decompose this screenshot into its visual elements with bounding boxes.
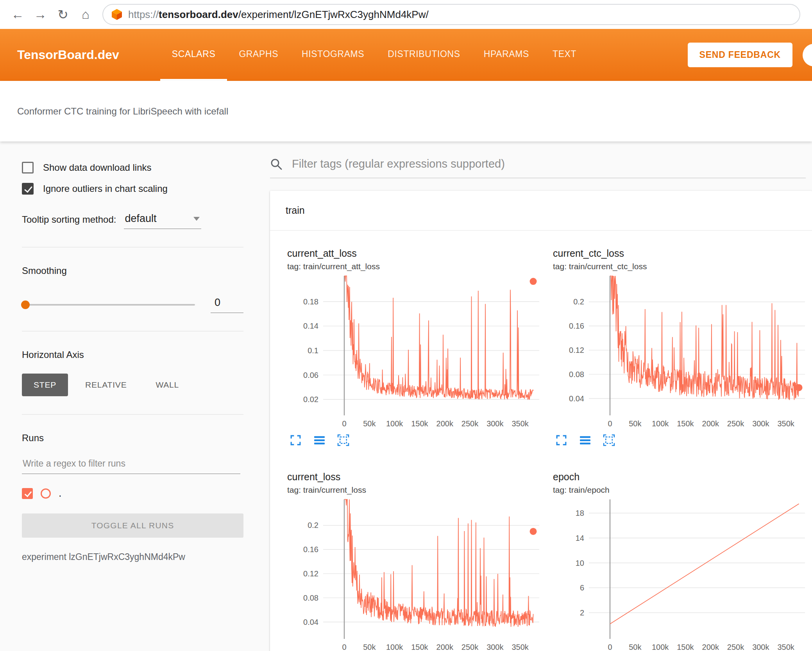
- search-icon: [270, 158, 283, 170]
- chart-toolbar: [287, 434, 545, 446]
- svg-text:200k: 200k: [702, 419, 719, 428]
- chart-plot-current-loss[interactable]: 0.040.080.120.160.2050k100k150k200k250k3…: [287, 497, 543, 651]
- horizontal-axis-buttons: STEP RELATIVE WALL: [22, 374, 243, 396]
- svg-text:10: 10: [576, 559, 584, 567]
- tab-histograms[interactable]: HISTOGRAMS: [290, 29, 376, 81]
- svg-text:100k: 100k: [652, 419, 669, 428]
- svg-text:0.2: 0.2: [308, 521, 318, 529]
- tab-hparams[interactable]: HPARAMS: [472, 29, 541, 81]
- url-scheme: https://: [128, 9, 159, 20]
- runs-filter-input[interactable]: [22, 457, 240, 474]
- chart-tag: tag: train/current_loss: [287, 485, 545, 495]
- expand-chart-icon[interactable]: [555, 434, 567, 446]
- axis-step-button[interactable]: STEP: [22, 374, 68, 396]
- svg-text:250k: 250k: [461, 419, 479, 428]
- svg-text:250k: 250k: [727, 643, 744, 651]
- home-icon[interactable]: ⌂: [74, 7, 97, 22]
- svg-text:6: 6: [580, 583, 584, 592]
- train-group-header[interactable]: train: [270, 191, 812, 231]
- fit-domain-icon[interactable]: [337, 434, 349, 446]
- svg-text:0.02: 0.02: [303, 395, 318, 404]
- show-download-links-label: Show data download links: [43, 162, 152, 173]
- tab-scalars[interactable]: SCALARS: [160, 29, 227, 81]
- reload-icon[interactable]: ↻: [52, 7, 74, 22]
- address-bar[interactable]: https://tensorboard.dev/experiment/lzGnE…: [102, 4, 800, 25]
- dropdown-caret-icon: [193, 217, 200, 221]
- chart-tag: tag: train/current_att_loss: [287, 262, 545, 271]
- expand-chart-icon[interactable]: [290, 434, 302, 446]
- send-feedback-button[interactable]: SEND FEEDBACK: [688, 43, 792, 67]
- svg-text:0.08: 0.08: [303, 594, 318, 602]
- svg-text:0.16: 0.16: [569, 322, 584, 330]
- svg-text:350k: 350k: [512, 419, 529, 428]
- svg-text:2: 2: [580, 608, 584, 617]
- smoothing-row: 0: [22, 297, 243, 313]
- horizontal-axis-label: Horizontal Axis: [22, 349, 243, 360]
- chart-title: current_loss: [287, 471, 545, 483]
- chart-toolbar: [553, 434, 811, 446]
- tooltip-sorting-value: default: [125, 213, 156, 225]
- chart-plot-epoch[interactable]: 26101418050k100k150k200k250k300k350k: [553, 497, 809, 651]
- svg-text:0.2: 0.2: [573, 297, 584, 306]
- toggle-runs-icon[interactable]: [313, 434, 326, 446]
- toggle-all-runs-button[interactable]: TOGGLE ALL RUNS: [22, 513, 243, 538]
- chart-plot-current-att-loss[interactable]: 0.020.060.10.140.18050k100k150k200k250k3…: [287, 274, 543, 429]
- tensorboard-favicon: [111, 9, 123, 20]
- tooltip-sorting-row: Tooltip sorting method: default: [22, 213, 243, 229]
- svg-text:200k: 200k: [436, 419, 454, 428]
- smoothing-slider-thumb[interactable]: [21, 300, 30, 309]
- show-download-links-row[interactable]: Show data download links: [22, 162, 243, 173]
- chart-title: current_att_loss: [287, 248, 545, 259]
- train-card: train current_att_loss tag: train/curren…: [270, 191, 812, 651]
- tab-text[interactable]: TEXT: [541, 29, 588, 81]
- toggle-runs-icon[interactable]: [579, 434, 591, 446]
- svg-text:50k: 50k: [629, 419, 642, 428]
- smoothing-value-input[interactable]: 0: [211, 297, 243, 313]
- run-name: .: [59, 487, 62, 499]
- svg-text:350k: 350k: [777, 643, 794, 651]
- tab-distributions[interactable]: DISTRIBUTIONS: [376, 29, 472, 81]
- settings-sidebar: Show data download links Ignore outliers…: [0, 141, 252, 651]
- charts-grid: current_att_loss tag: train/current_att_…: [270, 231, 812, 651]
- axis-wall-button[interactable]: WALL: [144, 374, 191, 396]
- chart-current-ctc-loss: current_ctc_loss tag: train/current_ctc_…: [553, 248, 811, 446]
- chart-plot-current-ctc-loss[interactable]: 0.040.080.120.160.2050k100k150k200k250k3…: [553, 274, 809, 429]
- top-nav: SCALARS GRAPHS HISTOGRAMS DISTRIBUTIONS …: [160, 29, 588, 81]
- fit-domain-icon[interactable]: [603, 434, 615, 446]
- svg-text:0: 0: [608, 419, 612, 428]
- app-logo: TensorBoard.dev: [17, 29, 119, 81]
- svg-text:0.12: 0.12: [569, 346, 584, 354]
- ignore-outliers-label: Ignore outliers in chart scaling: [43, 183, 168, 194]
- run-color-swatch[interactable]: [41, 488, 51, 499]
- svg-text:250k: 250k: [727, 419, 744, 428]
- filter-tags-row: [270, 157, 806, 178]
- filter-tags-input[interactable]: [291, 157, 806, 171]
- smoothing-slider[interactable]: [22, 304, 195, 306]
- divider: [22, 331, 243, 331]
- train-group-title: train: [286, 205, 305, 216]
- svg-text:0.04: 0.04: [569, 394, 584, 403]
- avatar[interactable]: [803, 44, 812, 66]
- forward-icon[interactable]: →: [29, 7, 52, 22]
- back-icon[interactable]: ←: [6, 7, 29, 22]
- ignore-outliers-row[interactable]: Ignore outliers in chart scaling: [22, 183, 243, 195]
- chart-tag: tag: train/current_ctc_loss: [553, 262, 811, 271]
- ignore-outliers-checkbox[interactable]: [22, 183, 34, 195]
- svg-text:0: 0: [608, 643, 612, 651]
- svg-text:150k: 150k: [411, 643, 428, 651]
- run-checkbox[interactable]: [22, 488, 33, 499]
- tooltip-sorting-select[interactable]: default: [124, 213, 201, 229]
- tab-graphs[interactable]: GRAPHS: [227, 29, 290, 81]
- chart-title: epoch: [553, 471, 811, 483]
- svg-text:14: 14: [576, 534, 584, 542]
- tensorboard-page: ← → ↻ ⌂ https://tensorboard.dev/experime…: [0, 0, 812, 651]
- show-download-links-checkbox[interactable]: [22, 162, 34, 173]
- run-row[interactable]: .: [22, 487, 243, 499]
- axis-relative-button[interactable]: RELATIVE: [73, 374, 138, 396]
- svg-text:250k: 250k: [461, 643, 479, 651]
- svg-text:150k: 150k: [677, 643, 694, 651]
- svg-text:50k: 50k: [363, 643, 376, 651]
- url-text: https://tensorboard.dev/experiment/lzGnE…: [128, 9, 429, 21]
- svg-text:200k: 200k: [436, 643, 454, 651]
- svg-text:0: 0: [342, 419, 346, 428]
